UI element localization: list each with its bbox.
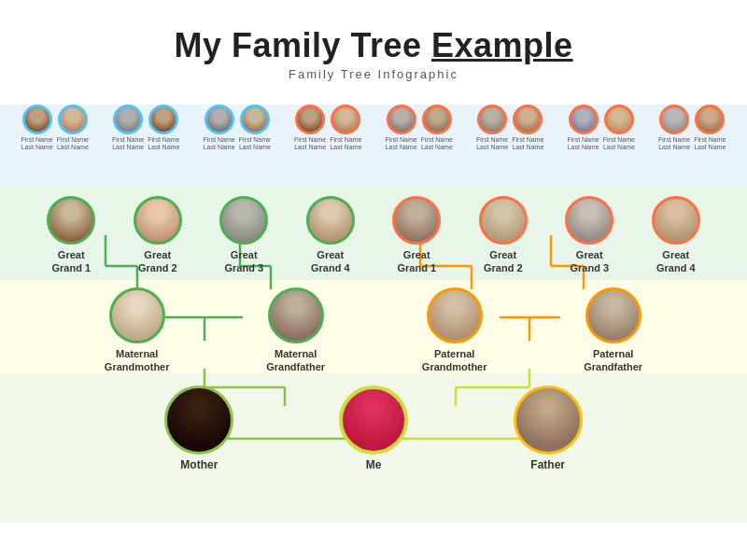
paternal-grandfather: PaternalGrandfather (584, 287, 642, 374)
maternal-grandfather: MaternalGrandfather (266, 287, 325, 374)
top-avatars-row: First NameLast Name First NameLast Name … (0, 105, 747, 152)
gg-avatar-13: First NameLast Name (568, 105, 599, 152)
gg-avatar-7: First NameLast Name (294, 105, 326, 152)
gg-avatar-3: First NameLast Name (112, 105, 144, 152)
gg-avatar-9: First NameLast Name (386, 105, 417, 152)
gg-pair-6: First NameLast Name First NameLast Name (476, 105, 543, 152)
page-subtitle: Family Tree Infographic (0, 67, 747, 81)
gg-grand-7: GreatGrand 3 (565, 196, 613, 275)
gg-grand-4: GreatGrand 4 (306, 196, 355, 275)
great-grandparents-row: GreatGrand 1 GreatGrand 2 GreatGrand 3 G… (0, 187, 747, 275)
gg-avatar-4: First NameLast Name (148, 105, 179, 152)
gg-pair-4: First NameLast Name First NameLast Name (294, 105, 361, 152)
gg-avatar-1: First NameLast Name (21, 105, 53, 152)
gg-grand-3: GreatGrand 3 (219, 196, 268, 275)
gg-avatar-16: First NameLast Name (694, 105, 726, 152)
maternal-grandmother: MaternalGrandmother (105, 287, 170, 374)
parents-row: Mother Me Father (0, 378, 747, 471)
gg-avatar-12: First NameLast Name (512, 105, 543, 152)
page-title: My Family Tree Example (0, 13, 747, 65)
me: Me (339, 385, 408, 471)
paternal-grandmother: PaternalGrandmother (422, 287, 487, 374)
gg-avatar-10: First NameLast Name (421, 105, 453, 152)
father: Father (514, 385, 583, 471)
mother: Mother (164, 385, 233, 471)
gg-avatar-5: First NameLast Name (204, 105, 235, 152)
gg-pair-3: First NameLast Name First NameLast Name (204, 105, 271, 152)
gg-pair-8: First NameLast Name First NameLast Name (658, 105, 726, 152)
gg-avatar-8: First NameLast Name (330, 105, 361, 152)
gg-grand-8: GreatGrand 4 (652, 196, 700, 275)
gg-pair-2: First NameLast Name First NameLast Name (112, 105, 179, 152)
gg-grand-6: GreatGrand 2 (479, 196, 528, 275)
gg-avatar-6: First NameLast Name (239, 105, 271, 152)
grandparents-row: MaternalGrandmother MaternalGrandfather … (0, 280, 747, 374)
gg-grand-2: GreatGrand 2 (134, 196, 182, 275)
gg-pair-1: First NameLast Name First NameLast Name (21, 105, 89, 152)
gg-avatar-2: First NameLast Name (57, 105, 89, 152)
gg-pair-5: First NameLast Name First NameLast Name (386, 105, 453, 152)
gg-avatar-11: First NameLast Name (476, 105, 508, 152)
gg-avatar-14: First NameLast Name (603, 105, 635, 152)
gg-grand-5: GreatGrand 1 (392, 196, 441, 275)
gg-grand-1: GreatGrand 1 (47, 196, 95, 275)
gg-pair-7: First NameLast Name First NameLast Name (568, 105, 635, 152)
gg-avatar-15: First NameLast Name (658, 105, 690, 152)
